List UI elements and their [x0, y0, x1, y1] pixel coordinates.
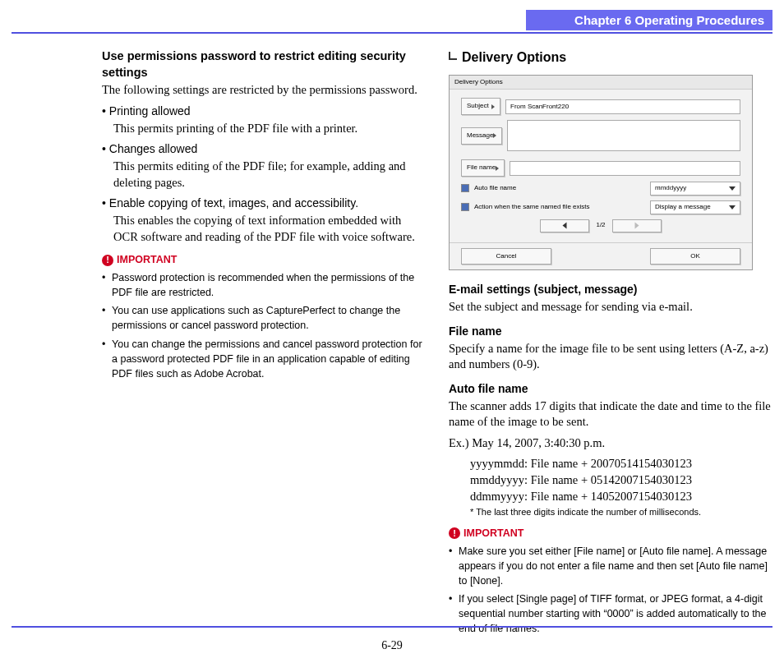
permissions-heading: Use permissions password to restrict edi…: [102, 48, 426, 81]
ss-ok-button[interactable]: OK: [650, 248, 740, 265]
chevron-down-icon: [729, 205, 736, 209]
important-icon: !: [449, 527, 460, 539]
important-row-right: ! IMPORTANT: [449, 527, 772, 541]
ss-message-field[interactable]: [507, 120, 740, 151]
example-2: mmddyyyy: File name + 05142007154030123: [470, 472, 772, 489]
bullet-changes-label: Changes allowed: [102, 141, 426, 157]
left-column: Use permissions password to restrict edi…: [12, 48, 426, 640]
ss-action-select[interactable]: Display a message: [650, 200, 740, 214]
bullet-printing-label: Printing allowed: [102, 104, 426, 119]
important-notes-left: •Password protection is recommended when…: [102, 270, 426, 381]
important-label: IMPORTANT: [117, 253, 177, 267]
example-1: yyyymmdd: File name + 20070514154030123: [470, 456, 772, 472]
ss-message-button[interactable]: Message: [461, 127, 502, 145]
chevron-down-icon: [729, 186, 736, 191]
ss-auto-label: Auto file name: [474, 184, 645, 193]
ss-subject-field[interactable]: From ScanFront220: [505, 99, 740, 114]
important-icon: !: [102, 255, 113, 266]
delivery-options-screenshot: Delivery Options Subject From ScanFront2…: [449, 75, 753, 271]
ss-filename-button[interactable]: File name: [461, 159, 505, 177]
footer-rule: [12, 626, 772, 628]
bullet-printing-desc: This permits printing of the PDF file wi…: [113, 121, 426, 137]
important-row-left: ! IMPORTANT: [102, 253, 426, 267]
ss-window-title: Delivery Options: [450, 76, 752, 90]
important-label: IMPORTANT: [463, 527, 523, 541]
chevron-right-icon: [496, 166, 499, 171]
email-settings-desc: Set the subject and message for sending …: [449, 299, 772, 315]
email-settings-heading: E-mail settings (subject, message): [449, 282, 772, 297]
chevron-right-icon: [493, 133, 496, 138]
example-3: ddmmyyyy: File name + 14052007154030123: [470, 489, 772, 505]
page-number: 6-29: [0, 639, 784, 652]
permissions-intro: The following settings are restricted by…: [102, 82, 426, 99]
ss-filename-field[interactable]: [510, 161, 740, 176]
ss-next-button[interactable]: [612, 219, 662, 232]
chevron-left-icon: [563, 223, 567, 229]
chapter-header: Chapter 6 Operating Procedures: [526, 10, 772, 30]
ss-action-label: Action when the same named file exists: [474, 203, 645, 212]
ss-auto-checkbox[interactable]: [461, 184, 469, 192]
example-note: * The last three digits indicate the num…: [470, 506, 772, 518]
ss-action-checkbox[interactable]: [461, 203, 469, 211]
bullet-changes-desc: This permits editing of the PDF file; fo…: [113, 159, 426, 191]
note-r2: If you select [Single page] of TIFF form…: [459, 591, 772, 636]
filename-desc: Specify a name for the image file to be …: [449, 341, 772, 373]
section-marker-icon: [449, 52, 457, 60]
autofilename-desc: The scanner adds 17 digits that indicate…: [449, 398, 772, 430]
filename-heading: File name: [449, 324, 772, 339]
delivery-options-title: Delivery Options: [449, 48, 772, 67]
content-columns: Use permissions password to restrict edi…: [0, 34, 784, 640]
example-line: Ex.) May 14, 2007, 3:40:30 p.m.: [449, 435, 772, 452]
autofilename-heading: Auto file name: [449, 381, 772, 397]
delivery-options-text: Delivery Options: [462, 50, 566, 64]
chevron-right-icon: [634, 223, 639, 229]
ss-cancel-button[interactable]: Cancel: [461, 248, 551, 265]
note-l2: You can use applications such as Capture…: [112, 303, 426, 333]
chevron-right-icon: [491, 104, 495, 109]
important-notes-right: •Make sure you set either [File name] or…: [449, 544, 772, 637]
ss-page-indicator: 1/2: [596, 221, 605, 230]
ss-prev-button[interactable]: [540, 219, 589, 232]
right-column: Delivery Options Delivery Options Subjec…: [449, 48, 772, 640]
note-l3: You can change the permissions and cance…: [112, 337, 426, 381]
ss-auto-select[interactable]: mmddyyyy: [650, 182, 740, 196]
note-r1: Make sure you set either [File name] or …: [459, 544, 772, 588]
bullet-copy-desc: This enables the copying of text informa…: [113, 213, 426, 245]
bullet-copy-label: Enable copying of text, images, and acce…: [102, 196, 426, 211]
note-l1: Password protection is recommended when …: [112, 270, 426, 300]
ss-subject-button[interactable]: Subject: [461, 98, 500, 115]
